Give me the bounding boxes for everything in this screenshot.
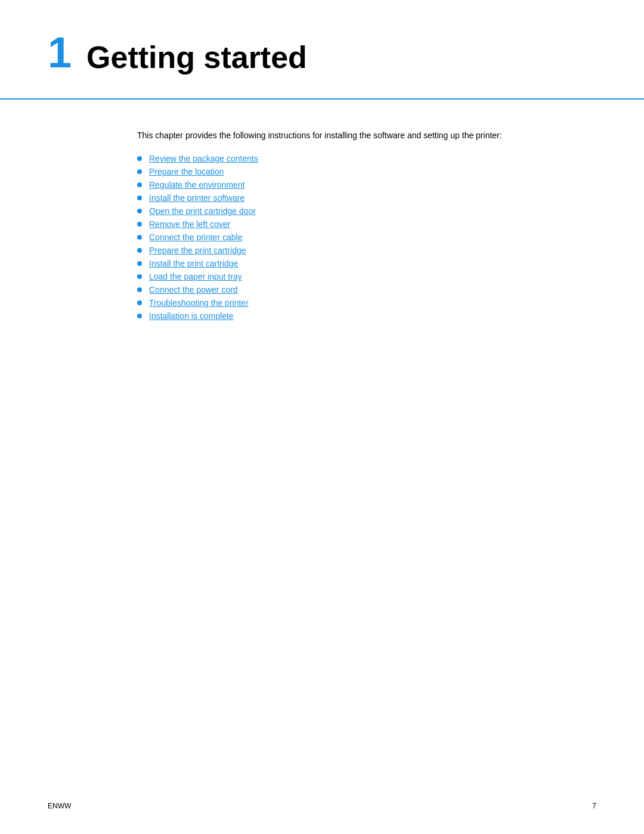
bullet-icon <box>137 300 142 305</box>
footer-label: ENWW <box>48 802 71 810</box>
bullet-icon <box>137 235 142 240</box>
list-item: Review the package contents <box>137 154 507 163</box>
list-item: Regulate the environment <box>137 180 507 190</box>
toc-link-6[interactable]: Remove the left cover <box>149 219 230 229</box>
chapter-header: 1 Getting started <box>0 0 644 100</box>
list-item: Connect the power cord <box>137 285 507 294</box>
bullet-icon <box>137 196 142 200</box>
bullet-icon <box>137 222 142 227</box>
content-section: This chapter provides the following inst… <box>0 100 644 348</box>
bullet-icon <box>137 182 142 187</box>
toc-link-11[interactable]: Connect the power cord <box>149 285 238 294</box>
bullet-icon <box>137 209 142 213</box>
list-item: Prepare the location <box>137 167 507 176</box>
toc-link-1[interactable]: Review the package contents <box>149 154 258 163</box>
intro-text: This chapter provides the following inst… <box>137 129 507 142</box>
page: 1 Getting started This chapter provides … <box>0 0 644 834</box>
toc-list: Review the package contentsPrepare the l… <box>137 154 507 321</box>
list-item: Remove the left cover <box>137 219 507 229</box>
bullet-icon <box>137 169 142 174</box>
list-item: Install the printer software <box>137 193 507 203</box>
list-item: Open the print cartridge door <box>137 206 507 216</box>
bullet-icon <box>137 274 142 279</box>
toc-link-10[interactable]: Load the paper input tray <box>149 272 242 281</box>
list-item: Install the print cartridge <box>137 259 507 268</box>
toc-link-4[interactable]: Install the printer software <box>149 193 244 203</box>
toc-link-9[interactable]: Install the print cartridge <box>149 259 238 268</box>
toc-link-7[interactable]: Connect the printer cable <box>149 232 242 242</box>
toc-link-12[interactable]: Troubleshooting the printer <box>149 298 249 308</box>
chapter-title: Getting started <box>86 36 307 75</box>
bullet-icon <box>137 248 142 253</box>
toc-link-13[interactable]: Installation is complete <box>149 311 234 321</box>
list-item: Connect the printer cable <box>137 232 507 242</box>
list-item: Load the paper input tray <box>137 272 507 281</box>
toc-link-2[interactable]: Prepare the location <box>149 167 224 176</box>
bullet-icon <box>137 287 142 292</box>
bullet-icon <box>137 156 142 161</box>
page-footer: ENWW 7 <box>48 802 596 810</box>
list-item: Troubleshooting the printer <box>137 298 507 308</box>
page-number: 7 <box>592 802 596 810</box>
chapter-number: 1 <box>48 31 72 74</box>
list-item: Installation is complete <box>137 311 507 321</box>
list-item: Prepare the print cartridge <box>137 246 507 255</box>
toc-link-5[interactable]: Open the print cartridge door <box>149 206 256 216</box>
bullet-icon <box>137 261 142 266</box>
bullet-icon <box>137 314 142 318</box>
toc-link-3[interactable]: Regulate the environment <box>149 180 244 190</box>
toc-link-8[interactable]: Prepare the print cartridge <box>149 246 246 255</box>
